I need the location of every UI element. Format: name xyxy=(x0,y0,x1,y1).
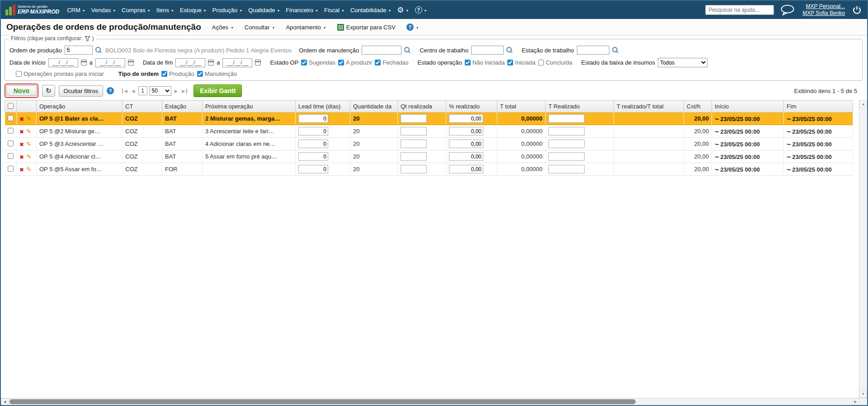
refresh-button[interactable]: ↻ xyxy=(42,85,55,97)
menu-itens[interactable]: Itens▼ xyxy=(156,7,174,14)
header-t-realizado[interactable]: T Realizado xyxy=(546,101,614,112)
scroll-right-icon[interactable]: ▶ xyxy=(852,398,859,405)
table-row[interactable]: ✖✎ OP 5 @3 Acrescentar … COZ BAT 4 Adici… xyxy=(5,138,853,150)
calendar-icon[interactable] xyxy=(128,60,134,65)
header-fim[interactable]: Fim xyxy=(784,101,853,112)
scroll-left-icon[interactable]: ◀ xyxy=(1,398,9,405)
page-number-input[interactable] xyxy=(138,86,147,95)
search-icon[interactable] xyxy=(404,47,410,53)
novo-button[interactable]: Novo xyxy=(6,85,37,96)
centro-trabalho-input[interactable] xyxy=(471,46,504,55)
chat-bubble-icon[interactable] xyxy=(780,4,795,16)
exibir-gantt-button[interactable]: Exibir Gantt xyxy=(193,84,242,97)
qt-realizada-input[interactable] xyxy=(401,127,427,135)
checkbox-nao-iniciada[interactable]: Não iniciada xyxy=(465,59,505,66)
qt-realizada-input[interactable] xyxy=(401,140,427,148)
edit-pencil-icon[interactable]: ✎ xyxy=(26,166,32,173)
row-checkbox[interactable] xyxy=(8,115,14,121)
qt-realizada-input[interactable] xyxy=(401,114,427,123)
header-t-ratio[interactable]: T realizado/T total xyxy=(614,101,684,112)
data-inicio-de-input[interactable] xyxy=(48,58,78,67)
edit-pencil-icon[interactable]: ✎ xyxy=(26,115,32,122)
edit-pencil-icon[interactable]: ✎ xyxy=(26,128,32,135)
table-row[interactable]: ✖✎ OP 5 @5 Assar em fo… COZ FOR 20 0,000… xyxy=(5,163,853,176)
calendar-icon[interactable] xyxy=(208,60,214,65)
next-page-icon[interactable]: ▶ xyxy=(174,89,179,93)
menu-contabilidade[interactable]: Contabilidade▼ xyxy=(350,7,391,14)
header-qt-realizada[interactable]: Qt realizada xyxy=(398,101,446,112)
delete-icon[interactable]: ✖ xyxy=(19,167,24,173)
lead-time-input[interactable] xyxy=(298,127,328,135)
t-realizado-input[interactable] xyxy=(548,165,585,173)
scroll-up-icon[interactable]: ▲ xyxy=(859,100,867,108)
delete-icon[interactable]: ✖ xyxy=(19,116,24,122)
previous-page-icon[interactable]: ◀ xyxy=(131,89,136,93)
row-checkbox[interactable] xyxy=(8,166,14,172)
checkbox-producao[interactable]: Produção xyxy=(161,70,194,77)
t-realizado-input[interactable] xyxy=(548,152,585,161)
checkbox-manutencao[interactable]: Manutenção xyxy=(197,70,237,77)
first-page-icon[interactable]: ◀ xyxy=(122,89,128,93)
help-search-input[interactable] xyxy=(705,5,774,15)
apontamento-menu[interactable]: Apontamento▼ xyxy=(286,24,326,31)
edit-pencil-icon[interactable]: ✎ xyxy=(26,140,32,148)
header-estacao[interactable]: Estação xyxy=(162,101,203,112)
qt-realizada-input[interactable] xyxy=(401,165,427,173)
menu-financeiro[interactable]: Financeiro▼ xyxy=(286,7,318,14)
checkbox-prontas-iniciar[interactable]: Operações prontas para iniciar xyxy=(16,70,104,77)
pct-realizado-input[interactable] xyxy=(449,165,483,173)
search-icon[interactable] xyxy=(612,47,618,53)
header-inicio[interactable]: Início xyxy=(712,101,784,112)
pct-realizado-input[interactable] xyxy=(449,127,483,135)
t-realizado-input[interactable] xyxy=(548,127,585,135)
delete-icon[interactable]: ✖ xyxy=(19,129,24,135)
header-cst-h[interactable]: Cst/h xyxy=(684,101,712,112)
menu-compras[interactable]: Compras▼ xyxy=(122,7,151,14)
data-inicio-ate-input[interactable] xyxy=(95,58,125,67)
qt-realizada-input[interactable] xyxy=(401,152,427,161)
t-realizado-input[interactable] xyxy=(548,114,585,123)
header-t-total[interactable]: T total xyxy=(497,101,546,112)
row-checkbox[interactable] xyxy=(8,153,14,159)
ordem-producao-input[interactable] xyxy=(65,46,93,55)
table-row[interactable]: ✖✎ OP 5 @1 Bater as cla… COZ BAT 2 Mistu… xyxy=(5,112,853,125)
consultar-menu[interactable]: Consultar▼ xyxy=(245,24,275,31)
delete-icon[interactable]: ✖ xyxy=(19,141,24,148)
search-icon[interactable] xyxy=(95,47,102,53)
t-realizado-input[interactable] xyxy=(548,140,585,148)
menu-qualidade[interactable]: Qualidade▼ xyxy=(248,7,280,14)
page-help-menu[interactable]: ?▼ xyxy=(406,23,419,31)
data-fim-ate-input[interactable] xyxy=(222,58,252,67)
table-row[interactable]: ✖✎ OP 5 @4 Adicionar cl… COZ BAT 5 Assar… xyxy=(5,150,853,163)
header-proxima-operacao[interactable]: Próxima operação xyxy=(203,101,296,112)
vertical-scrollbar[interactable]: ▲ ▼ xyxy=(859,100,867,398)
lead-time-input[interactable] xyxy=(298,114,328,123)
lead-time-input[interactable] xyxy=(298,140,328,148)
header-ct[interactable]: CT xyxy=(123,101,162,112)
checkbox-fechadas[interactable]: Fechadas xyxy=(375,59,408,66)
estado-baixa-select[interactable]: Todos xyxy=(658,58,708,67)
ocultar-filtros-button[interactable]: Ocultar filtros xyxy=(59,85,104,97)
user-menu[interactable]: MXP Sofia Benko xyxy=(802,10,845,17)
select-all-checkbox[interactable] xyxy=(8,103,14,109)
header-quantidade[interactable]: Quantidade da xyxy=(350,101,398,112)
table-row[interactable]: ✖✎ OP 5 @2 Misturar ge… COZ BAT 3 Acresc… xyxy=(5,125,853,138)
ordem-manutencao-input[interactable] xyxy=(362,46,401,55)
horizontal-scrollbar-thumb[interactable] xyxy=(9,399,636,404)
account-link[interactable]: MXP Personal... xyxy=(802,3,845,10)
pct-realizado-input[interactable] xyxy=(449,140,483,148)
acoes-menu[interactable]: Ações▼ xyxy=(212,24,234,31)
horizontal-scrollbar[interactable]: ◀ ▶ xyxy=(1,398,859,405)
power-icon[interactable] xyxy=(852,5,862,15)
edit-pencil-icon[interactable]: ✎ xyxy=(26,153,32,160)
row-checkbox[interactable] xyxy=(8,140,14,146)
pct-realizado-input[interactable] xyxy=(449,114,483,123)
pct-realizado-input[interactable] xyxy=(449,152,483,161)
calendar-icon[interactable] xyxy=(255,60,261,65)
checkbox-iniciada[interactable]: Iniciada xyxy=(507,59,535,66)
filters-legend[interactable]: Filtros (clique para configurar: ) xyxy=(9,35,96,42)
page-size-select[interactable]: 50 xyxy=(150,86,171,96)
header-operacao[interactable]: Operação xyxy=(37,101,123,112)
settings-menu[interactable]: ⚙▼ xyxy=(397,6,409,14)
menu-producao[interactable]: Produção▼ xyxy=(212,7,243,14)
